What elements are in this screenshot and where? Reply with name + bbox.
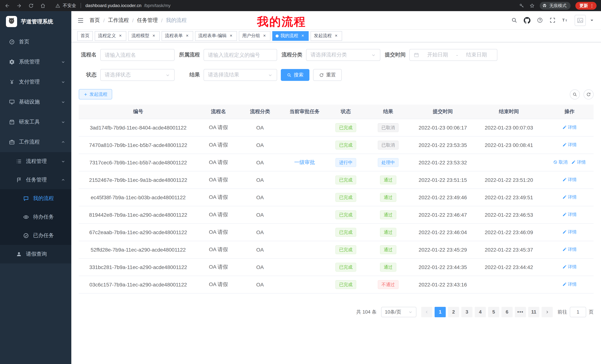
next-page-button[interactable] <box>541 307 553 317</box>
sidebar-item-流程管理[interactable]: 流程管理 <box>0 152 71 171</box>
url-domain[interactable]: dashboard.yudao.iocoder.cn <box>85 3 141 8</box>
cell-status: 已完成 <box>328 258 363 276</box>
detail-link[interactable]: 详情 <box>562 124 577 131</box>
sidebar-item-系统管理[interactable]: 系统管理 <box>0 52 71 72</box>
process-name-label: 流程名 <box>79 52 100 58</box>
update-button[interactable]: 更新 <box>575 2 597 10</box>
github-icon[interactable] <box>524 17 531 24</box>
breadcrumb-item[interactable]: 首页 <box>90 17 100 24</box>
detail-link[interactable]: 详情 <box>571 159 586 165</box>
page-button-4[interactable]: 4 <box>475 307 486 317</box>
app-logo[interactable]: 芋道管理系统 <box>0 11 71 32</box>
page-button-3[interactable]: 3 <box>461 307 472 317</box>
page-size-select[interactable]: 10条/页 <box>381 307 416 317</box>
avatar-caret-icon[interactable] <box>589 17 595 23</box>
breadcrumb-item[interactable]: 工作流程 <box>108 17 129 24</box>
cell-actions: 详情 <box>545 189 594 206</box>
sidebar-item-我的流程[interactable]: 我的流程 <box>0 189 71 208</box>
sidebar-item-任务管理[interactable]: 任务管理 <box>0 171 71 189</box>
goto-page-input[interactable] <box>570 307 586 317</box>
sidebar-item-待办任务[interactable]: 待办任务 <box>0 208 71 226</box>
tab-close-icon[interactable]: × <box>118 33 123 38</box>
breadcrumb-item[interactable]: 任务管理 <box>137 17 158 24</box>
page-button-6[interactable]: 6 <box>501 307 513 317</box>
detail-link[interactable]: 详情 <box>562 142 577 148</box>
submit-time-range[interactable]: 开始日期 - 结束日期 <box>409 49 497 61</box>
detail-link[interactable]: 详情 <box>562 246 577 253</box>
process-name-input[interactable] <box>100 49 175 61</box>
bookmark-star-icon[interactable] <box>529 3 535 8</box>
search-button[interactable]: 搜索 <box>281 69 310 81</box>
category-select[interactable]: 请选择流程分类 <box>306 49 380 61</box>
process-def-label: 所属流程 <box>178 52 204 58</box>
detail-link[interactable]: 详情 <box>562 229 577 235</box>
sidebar-item-支付管理[interactable]: 支付管理 <box>0 72 71 92</box>
toggle-search-button[interactable] <box>570 89 580 99</box>
cancel-link[interactable]: 取消 <box>553 159 568 165</box>
sidebar-item-首页[interactable]: 首页 <box>0 32 71 52</box>
detail-link[interactable]: 详情 <box>562 194 577 200</box>
view-tab-流程表单[interactable]: 流程表单× <box>161 31 193 41</box>
my-process-icon <box>23 196 29 201</box>
process-def-input[interactable] <box>204 49 277 61</box>
fullscreen-icon[interactable] <box>549 17 556 23</box>
status-select[interactable]: 请选择状态 <box>100 69 175 81</box>
page-button-1[interactable]: 1 <box>435 307 446 317</box>
help-icon[interactable] <box>537 17 543 23</box>
sidebar-item-研发工具[interactable]: 研发工具 <box>0 112 71 132</box>
end-date-placeholder[interactable]: 结束日期 <box>460 52 493 58</box>
avatar[interactable] <box>575 15 586 26</box>
security-label[interactable]: 不安全 <box>63 2 76 9</box>
detail-link[interactable]: 详情 <box>562 211 577 218</box>
reload-icon[interactable] <box>28 3 34 8</box>
page-ellipsis[interactable]: ••• <box>515 307 526 317</box>
cell-actions: 详情 <box>545 206 594 223</box>
sidebar-item-工作流程[interactable]: 工作流程 <box>0 132 71 152</box>
tab-close-icon[interactable]: × <box>334 33 339 38</box>
tab-label: 首页 <box>80 33 90 39</box>
home-icon[interactable] <box>40 3 46 8</box>
address-bar[interactable]: 不安全 dashboard.yudao.iocoder.cn/bpm/task/… <box>55 2 514 9</box>
view-tab-流程定义[interactable]: 流程定义× <box>95 31 126 41</box>
refresh-table-button[interactable] <box>583 89 594 99</box>
result-select[interactable]: 请选择流结果 <box>204 69 277 81</box>
page-button-11[interactable]: 11 <box>528 307 539 317</box>
create-process-button[interactable]: 发起流程 <box>79 89 112 99</box>
cell-submit-time: 2022-01-22 23:44:35 <box>413 258 472 276</box>
detail-link[interactable]: 详情 <box>562 264 577 270</box>
sidebar-item-基础设施[interactable]: 基础设施 <box>0 92 71 112</box>
filter-status: 状态 请选择状态 <box>79 69 175 81</box>
incognito-chip[interactable]: 无痕模式 <box>540 2 571 10</box>
view-tab-我的流程[interactable]: 我的流程× <box>272 31 309 41</box>
header-search-icon[interactable] <box>511 17 517 23</box>
view-tab-首页[interactable]: 首页 <box>77 31 93 41</box>
forward-icon[interactable] <box>16 3 22 8</box>
edit-icon <box>562 247 567 252</box>
tab-close-icon[interactable]: × <box>229 33 234 38</box>
view-tab-流程模型[interactable]: 流程模型× <box>128 31 160 41</box>
page-button-2[interactable]: 2 <box>448 307 459 317</box>
task-link[interactable]: 一级审批 <box>294 159 315 165</box>
sidebar-toggle-icon[interactable] <box>77 17 84 24</box>
view-tab-发起流程[interactable]: 发起流程× <box>311 31 342 41</box>
font-size-icon[interactable]: TT <box>562 17 568 23</box>
detail-link[interactable]: 详情 <box>562 281 577 287</box>
page-button-5[interactable]: 5 <box>488 307 499 317</box>
back-icon[interactable] <box>4 3 10 8</box>
url-path[interactable]: /bpm/task/my <box>144 3 171 8</box>
view-tab-流程表单-编辑[interactable]: 流程表单-编辑× <box>195 31 237 41</box>
start-date-placeholder[interactable]: 开始日期 <box>421 52 454 58</box>
sidebar-item-请假查询[interactable]: 请假查询 <box>0 245 71 263</box>
password-key-icon[interactable] <box>519 3 524 8</box>
reset-button[interactable]: 重置 <box>313 69 342 81</box>
sidebar-item-已办任务[interactable]: 已办任务 <box>0 226 71 245</box>
tab-close-icon[interactable]: × <box>151 33 156 38</box>
prev-page-button[interactable] <box>421 307 432 317</box>
tab-close-icon[interactable]: × <box>185 33 190 38</box>
menu-dots-icon[interactable] <box>590 3 594 8</box>
sidebar-item-label: 系统管理 <box>19 59 40 65</box>
view-tab-用户分组[interactable]: 用户分组× <box>239 31 270 41</box>
tab-close-icon[interactable]: × <box>300 33 305 38</box>
tab-close-icon[interactable]: × <box>262 33 267 38</box>
detail-link[interactable]: 详情 <box>562 177 577 183</box>
